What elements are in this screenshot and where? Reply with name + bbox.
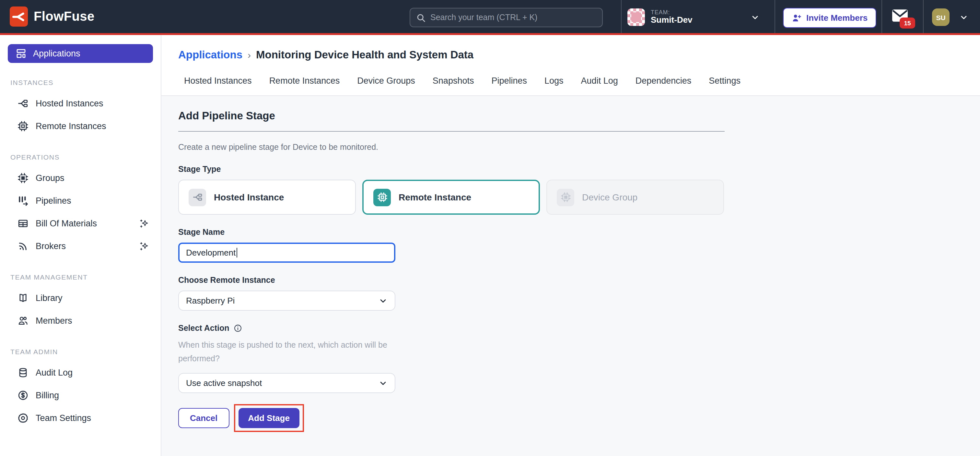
notifications-button[interactable]: 15 bbox=[892, 9, 911, 26]
sparkles-icon bbox=[139, 241, 149, 251]
search-input[interactable] bbox=[430, 13, 596, 22]
breadcrumb-applications-link[interactable]: Applications bbox=[178, 49, 242, 61]
add-pipeline-stage-panel: Add Pipeline Stage Create a new pipeline… bbox=[161, 96, 980, 456]
navbar-divider bbox=[881, 0, 882, 33]
sidebar-section-operations: OPERATIONS bbox=[10, 153, 150, 161]
sidebar-item-label: Hosted Instances bbox=[36, 99, 103, 108]
card-label: Device Group bbox=[582, 192, 638, 202]
sidebar-item-bill-of-materials[interactable]: Bill Of Materials bbox=[8, 212, 153, 235]
chevron-down-icon bbox=[379, 296, 388, 305]
tab-logs[interactable]: Logs bbox=[544, 76, 563, 96]
sidebar-item-applications[interactable]: Applications bbox=[8, 44, 153, 63]
tab-pipelines[interactable]: Pipelines bbox=[491, 76, 527, 96]
groups-icon bbox=[18, 172, 29, 183]
members-icon bbox=[18, 315, 29, 326]
sidebar-item-audit-log[interactable]: Audit Log bbox=[8, 361, 153, 384]
annotation-highlight-box: Add Stage bbox=[234, 405, 304, 432]
sidebar-item-label: Members bbox=[36, 316, 72, 325]
application-tabs: Hosted Instances Remote Instances Device… bbox=[184, 76, 980, 96]
form-actions: Cancel Add Stage bbox=[178, 405, 963, 432]
stage-type-remote-instance[interactable]: Remote Instance bbox=[362, 180, 540, 215]
remote-instances-icon bbox=[18, 121, 29, 132]
applications-icon bbox=[16, 48, 27, 59]
sidebar-item-label: Audit Log bbox=[36, 368, 73, 378]
sidebar-item-label: Team Settings bbox=[36, 413, 91, 423]
sidebar-item-members[interactable]: Members bbox=[8, 309, 153, 332]
select-action-help-text: When this stage is pushed to the next, w… bbox=[178, 339, 423, 365]
team-name: Sumit-Dev bbox=[651, 16, 692, 25]
tab-settings[interactable]: Settings bbox=[709, 76, 740, 96]
action-select[interactable]: Use active snapshot bbox=[178, 373, 395, 394]
stage-type-hosted-instance[interactable]: Hosted Instance bbox=[178, 180, 356, 215]
notification-count-badge: 15 bbox=[900, 18, 915, 29]
stage-type-options: Hosted Instance Remote Instance bbox=[178, 180, 963, 215]
select-action-label-text: Select Action bbox=[178, 324, 229, 333]
sidebar-item-billing[interactable]: Billing bbox=[8, 384, 153, 407]
info-icon[interactable] bbox=[233, 324, 242, 333]
user-avatar[interactable]: SU bbox=[932, 8, 950, 26]
tab-audit-log[interactable]: Audit Log bbox=[581, 76, 618, 96]
cancel-button[interactable]: Cancel bbox=[178, 408, 229, 429]
brand[interactable]: FlowFuse bbox=[0, 6, 95, 27]
audit-log-icon bbox=[18, 367, 29, 378]
sidebar-item-label: Remote Instances bbox=[36, 121, 106, 131]
chevron-down-icon bbox=[379, 379, 388, 388]
action-value: Use active snapshot bbox=[186, 378, 262, 388]
hosted-instance-icon bbox=[189, 188, 206, 206]
tab-device-groups[interactable]: Device Groups bbox=[357, 76, 415, 96]
sidebar-item-remote-instances[interactable]: Remote Instances bbox=[8, 115, 153, 137]
stage-type-label: Stage Type bbox=[178, 165, 963, 174]
team-selector[interactable]: TEAM: Sumit-Dev bbox=[627, 8, 765, 26]
search-icon bbox=[416, 13, 426, 22]
billing-icon bbox=[18, 390, 29, 401]
tab-hosted-instances[interactable]: Hosted Instances bbox=[184, 76, 252, 96]
sidebar-item-hosted-instances[interactable]: Hosted Instances bbox=[8, 92, 153, 115]
sidebar-item-team-settings[interactable]: Team Settings bbox=[8, 407, 153, 429]
sparkles-icon bbox=[139, 218, 149, 229]
text-cursor bbox=[236, 248, 237, 258]
stage-name-value: Development bbox=[186, 248, 235, 258]
page-title: Monitoring Device Health and System Data bbox=[256, 49, 474, 61]
user-plus-icon bbox=[791, 13, 802, 23]
tab-dependencies[interactable]: Dependencies bbox=[635, 76, 692, 96]
team-avatar bbox=[627, 8, 645, 26]
navbar-divider bbox=[775, 0, 775, 33]
card-label: Hosted Instance bbox=[214, 192, 284, 202]
stage-name-input[interactable]: Development bbox=[178, 242, 395, 263]
remote-instance-value: Raspberry Pi bbox=[186, 296, 235, 306]
sidebar-item-brokers[interactable]: Brokers bbox=[8, 235, 153, 258]
team-chevron-down-icon[interactable] bbox=[751, 13, 760, 22]
invite-members-label: Invite Members bbox=[806, 13, 867, 23]
top-navbar: FlowFuse TEAM: Sumit-Dev bbox=[0, 0, 980, 35]
remote-instance-icon bbox=[373, 188, 391, 206]
sidebar-item-label: Brokers bbox=[36, 241, 132, 251]
sidebar-item-label: Bill Of Materials bbox=[36, 218, 132, 228]
device-group-icon bbox=[557, 188, 574, 206]
brokers-icon bbox=[18, 241, 29, 252]
bill-of-materials-icon bbox=[18, 218, 29, 229]
invite-members-button[interactable]: Invite Members bbox=[783, 8, 876, 28]
sidebar-item-groups[interactable]: Groups bbox=[8, 167, 153, 190]
team-label: TEAM: bbox=[651, 9, 692, 16]
stage-type-device-group: Device Group bbox=[546, 180, 724, 215]
sidebar-item-label: Pipelines bbox=[36, 196, 71, 206]
sidebar-section-instances: INSTANCES bbox=[10, 78, 150, 86]
remote-instance-select[interactable]: Raspberry Pi bbox=[178, 290, 395, 311]
add-stage-button[interactable]: Add Stage bbox=[238, 408, 299, 429]
sidebar-item-label: Library bbox=[36, 293, 62, 303]
team-search[interactable] bbox=[410, 8, 603, 27]
tab-remote-instances[interactable]: Remote Instances bbox=[269, 76, 340, 96]
sidebar-item-library[interactable]: Library bbox=[8, 287, 153, 309]
stage-name-label: Stage Name bbox=[178, 228, 963, 237]
tab-snapshots[interactable]: Snapshots bbox=[433, 76, 474, 96]
sidebar-section-team-admin: TEAM ADMIN bbox=[10, 348, 150, 356]
user-menu-chevron-down-icon[interactable] bbox=[959, 13, 968, 22]
navbar-divider bbox=[621, 0, 622, 33]
breadcrumb-separator: › bbox=[248, 49, 251, 60]
gear-icon bbox=[18, 413, 29, 424]
sidebar-item-label: Groups bbox=[36, 173, 65, 183]
sidebar-item-pipelines[interactable]: Pipelines bbox=[8, 190, 153, 212]
choose-remote-instance-label: Choose Remote Instance bbox=[178, 276, 963, 285]
navbar-divider bbox=[923, 0, 924, 33]
flowfuse-logo-icon bbox=[10, 6, 28, 27]
